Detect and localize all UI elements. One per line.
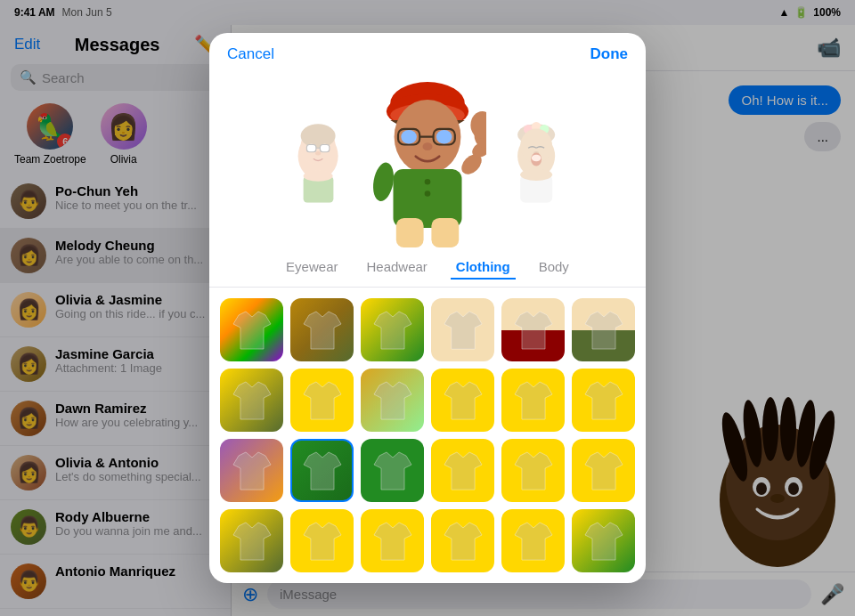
svg-marker-64	[515, 312, 552, 349]
modal-header: Cancel Done	[209, 33, 646, 70]
clothing-item-5[interactable]	[572, 298, 635, 361]
svg-point-40	[470, 111, 486, 139]
memoji-editor-modal: Cancel Done	[209, 33, 646, 583]
modal-overlay: Cancel Done	[0, 0, 855, 616]
svg-marker-82	[304, 452, 341, 490]
svg-point-41	[370, 161, 396, 203]
clothing-item-18[interactable]	[220, 509, 283, 572]
svg-marker-86	[444, 452, 482, 490]
svg-marker-68	[233, 382, 271, 419]
svg-marker-96	[374, 523, 411, 560]
svg-marker-76	[515, 382, 552, 419]
svg-rect-42	[396, 218, 424, 247]
svg-marker-72	[374, 382, 411, 419]
done-button[interactable]: Done	[590, 45, 628, 63]
svg-marker-60	[374, 312, 411, 349]
tab-headwear[interactable]: Headwear	[361, 255, 432, 280]
tab-clothing[interactable]: Clothing	[451, 255, 516, 280]
svg-marker-80	[233, 452, 271, 490]
svg-marker-70	[304, 382, 341, 419]
clothing-item-10[interactable]	[501, 369, 565, 432]
clothing-item-1[interactable]	[290, 298, 354, 361]
preview-char-right	[509, 116, 566, 203]
svg-marker-88	[515, 452, 552, 490]
svg-marker-74	[444, 382, 482, 419]
clothing-item-3[interactable]	[431, 298, 494, 361]
clothing-item-0[interactable]	[220, 298, 283, 361]
svg-marker-58	[304, 312, 341, 349]
clothing-item-2[interactable]	[361, 298, 424, 361]
svg-marker-98	[444, 523, 482, 560]
clothing-item-15[interactable]	[431, 439, 494, 502]
clothing-item-12[interactable]	[220, 439, 283, 502]
svg-point-23	[304, 171, 333, 182]
clothing-item-11[interactable]	[572, 369, 635, 432]
clothing-item-8[interactable]	[361, 369, 424, 432]
svg-point-33	[423, 142, 433, 150]
preview-char-left	[290, 116, 347, 203]
svg-marker-66	[585, 312, 623, 349]
svg-marker-56	[233, 312, 271, 349]
clothing-item-21[interactable]	[431, 509, 494, 572]
clothing-item-14[interactable]	[361, 439, 424, 502]
svg-marker-102	[585, 523, 623, 560]
clothing-item-23[interactable]	[572, 509, 635, 572]
clothing-item-17[interactable]	[572, 439, 635, 502]
category-tabs: Eyewear Headwear Clothing Body	[209, 248, 646, 288]
tab-body[interactable]: Body	[533, 255, 574, 280]
clothing-item-13[interactable]	[290, 439, 354, 502]
svg-point-31	[401, 130, 417, 143]
memoji-preview-area	[209, 70, 646, 248]
svg-point-32	[436, 130, 452, 143]
clothing-item-7[interactable]	[290, 369, 354, 432]
svg-point-36	[425, 190, 431, 197]
clothing-item-19[interactable]	[290, 509, 354, 572]
svg-marker-78	[585, 382, 623, 419]
svg-point-52	[532, 155, 542, 162]
svg-marker-100	[515, 523, 552, 560]
svg-point-21	[315, 151, 321, 156]
clothing-item-4[interactable]	[501, 298, 565, 361]
clothing-item-16[interactable]	[501, 439, 565, 502]
svg-point-15	[301, 124, 336, 148]
clothing-item-20[interactable]	[361, 509, 424, 572]
svg-marker-92	[233, 523, 271, 560]
clothing-grid	[209, 288, 646, 583]
clothing-item-9[interactable]	[431, 369, 494, 432]
svg-marker-90	[585, 452, 623, 490]
svg-point-35	[425, 179, 431, 185]
svg-rect-43	[431, 218, 459, 247]
clothing-item-6[interactable]	[220, 369, 283, 432]
svg-marker-62	[444, 312, 482, 349]
cancel-button[interactable]: Cancel	[227, 45, 274, 63]
tab-eyewear[interactable]: Eyewear	[281, 255, 343, 280]
svg-marker-84	[374, 452, 411, 490]
preview-char-center	[369, 67, 486, 253]
svg-point-54	[520, 169, 552, 182]
svg-marker-94	[304, 523, 341, 560]
clothing-item-22[interactable]	[501, 509, 565, 572]
